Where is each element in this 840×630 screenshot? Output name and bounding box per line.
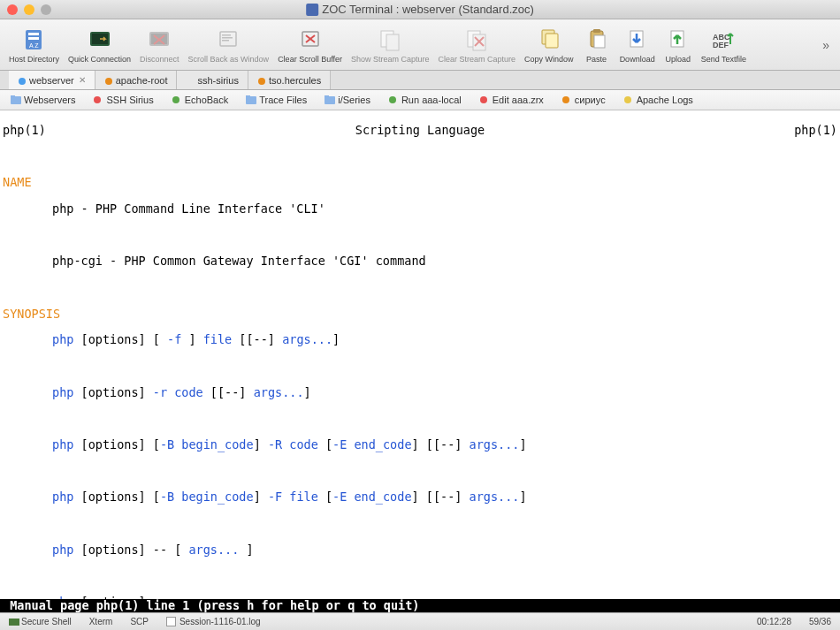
bookmark-apache-logs[interactable]: Apache Logs [623,95,693,105]
toolbar-label: Send Textfile [701,55,746,64]
synopsis-4: php [options] [-B begin_code] -F file [-… [3,490,837,504]
toolbar-scrollback-window[interactable]: Scroll Back as Window [185,24,273,66]
toolbar-label: Host Directory [9,55,59,64]
tab-indicator-icon [186,77,193,84]
session-tabs: webserver ✕ apache-root ssh-sirius tso.h… [0,71,840,90]
bookmark-edit-aaa-zrx[interactable]: Edit aaa.zrx [479,95,544,105]
man-header-left: php(1) [3,124,46,137]
quick-connection-icon [88,27,112,51]
bookmark-label: Run aaa-local [401,95,462,105]
bookmark-run-aaa-local[interactable]: Run aaa-local [388,95,462,105]
bookmark-trace-files[interactable]: Trace Files [246,95,307,105]
svg-point-34 [258,78,265,85]
toolbar-label: Upload [665,55,691,64]
toolbar-copy-window[interactable]: Copy Window [521,24,577,66]
dot-icon [479,95,488,104]
minimize-window-button[interactable] [24,4,34,15]
connection-icon [9,618,18,626]
toolbar-send-textfile[interactable]: ABCDEF Send Textfile [698,24,750,66]
toolbar-show-stream-capture[interactable]: Show Stream Capture [347,24,433,66]
bookmark-sirius-cyr[interactable]: сириус [561,95,606,105]
scrollback-icon [216,27,241,51]
app-icon [306,4,318,16]
toolbar-upload[interactable]: Upload [661,24,696,66]
bookmark-iseries[interactable]: i/Series [325,95,370,105]
toolbar-download[interactable]: Download [616,24,659,66]
status-connection: Secure Shell [9,617,72,626]
clear-stream-icon [464,27,489,51]
svg-point-46 [624,96,631,103]
session-tab-ssh-sirius[interactable]: ssh-sirius [177,71,248,89]
tab-label: apache-root [116,75,168,86]
bookmark-label: i/Series [338,95,370,105]
status-bar: Secure Shell Xterm SCP Session-1116-01.l… [0,612,840,630]
section-synopsis: SYNOPSIS [3,307,837,321]
disconnect-icon [147,27,172,51]
svg-text:DEF: DEF [713,41,729,49]
folder-icon [246,95,255,104]
window-title: ZOC Terminal : webserver (Standard.zoc) [322,3,534,16]
svg-rect-11 [222,34,231,36]
svg-rect-18 [386,34,399,50]
dot-icon [388,95,397,104]
tab-label: ssh-sirius [197,75,238,86]
toolbar-label: Scroll Back as Window [188,55,270,64]
svg-point-32 [19,78,26,85]
synopsis-3: php [options] [-B begin_code] -R code [-… [3,438,837,452]
synopsis-2: php [options] -r code [[--] args...] [3,386,837,399]
zoom-window-button[interactable] [41,4,51,15]
svg-text:A Z: A Z [29,42,39,49]
tab-indicator-icon [18,77,25,84]
toolbar-clear-stream-capture[interactable]: Clear Stream Capture [435,24,520,66]
close-tab-icon[interactable]: ✕ [79,75,86,85]
dot-icon [172,95,180,104]
tab-label: tso.hercules [269,75,321,86]
dot-icon [93,95,102,104]
session-tab-webserver[interactable]: webserver ✕ [9,71,95,89]
toolbar-label: Clear Scroll Buffer [278,55,342,64]
toolbar-clear-scroll-buffer[interactable]: Clear Scroll Buffer [274,24,346,66]
status-time: 00:12:28 [757,617,791,626]
svg-point-33 [105,78,112,85]
svg-point-44 [480,96,487,103]
man-header-center: Scripting Language [46,124,794,137]
tab-label: webserver [29,75,74,86]
toolbar-label: Copy Window [524,55,574,64]
toolbar-paste[interactable]: Paste [579,24,615,66]
toolbar-quick-connection[interactable]: Quick Connection [65,24,134,66]
toolbar-host-directory[interactable]: A Z Host Directory [5,24,63,66]
svg-point-38 [172,96,179,103]
bookmark-webservers[interactable]: Webservers [11,95,75,105]
toolbar-label: Clear Stream Capture [439,55,516,64]
bookmark-label: Webservers [24,95,75,105]
toolbar-disconnect[interactable]: Disconnect [136,24,183,66]
svg-rect-10 [220,32,236,46]
bookmark-label: Apache Logs [637,95,693,105]
close-window-button[interactable] [7,4,18,15]
dot-icon [561,95,570,104]
clear-scroll-icon [298,27,323,51]
status-logfile[interactable]: Session-1116-01.log [166,617,261,626]
svg-rect-36 [11,95,15,98]
bookmark-echoback[interactable]: EchoBack [172,95,229,105]
bookmark-label: Trace Files [259,95,307,105]
toolbar-label: Show Stream Capture [351,55,430,64]
svg-rect-42 [325,95,329,98]
bookmark-ssh-sirius[interactable]: SSH Sirius [93,95,153,105]
bookmark-label: Edit aaa.zrx [493,95,544,105]
man-name-1: php - PHP Command Line Interface 'CLI' [3,202,837,216]
toolbar-overflow[interactable]: » [817,38,835,52]
terminal-output[interactable]: php(1)Scripting Languagephp(1) NAME php … [0,110,840,612]
send-textfile-icon: ABCDEF [711,27,736,51]
log-checkbox[interactable] [166,617,176,626]
download-icon [625,27,650,51]
toolbar-label: Download [620,55,655,64]
session-tab-apache-root[interactable]: apache-root [95,71,178,89]
session-tab-tso-hercules[interactable]: tso.hercules [248,71,331,89]
status-size: 59/36 [809,617,831,626]
host-directory-icon: A Z [22,27,47,51]
bookmark-label: EchoBack [185,95,229,105]
folder-icon [11,95,19,104]
tab-indicator-icon [257,77,264,84]
status-transfer: SCP [130,617,149,626]
